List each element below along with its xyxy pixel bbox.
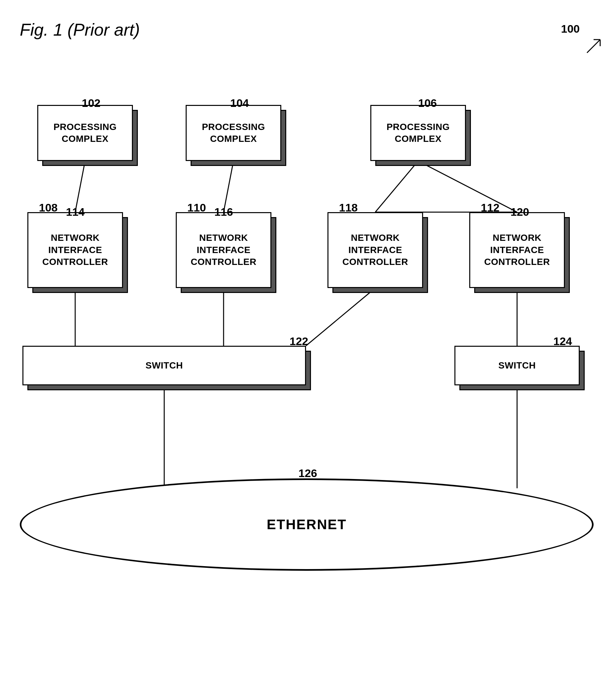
ref-104: 104 xyxy=(230,97,249,110)
nic-3: NETWORKINTERFACECONTROLLER xyxy=(327,212,423,288)
ref-114: 114 xyxy=(66,206,85,218)
ref-112: 112 xyxy=(481,201,500,214)
svg-line-0 xyxy=(75,161,85,212)
processing-complex-1: PROCESSINGCOMPLEX xyxy=(37,105,133,161)
svg-line-2 xyxy=(375,161,418,212)
ref-124: 124 xyxy=(553,335,572,348)
switch-1: SWITCH xyxy=(22,346,306,385)
svg-line-3 xyxy=(418,161,517,212)
svg-line-11 xyxy=(587,40,600,53)
ref-106: 106 xyxy=(418,97,437,110)
ref-110: 110 xyxy=(187,201,206,214)
nic-4: NETWORKINTERFACECONTROLLER xyxy=(469,212,565,288)
figure-title: Fig. 1 (Prior art) xyxy=(20,20,140,40)
ref-120: 120 xyxy=(510,206,529,218)
ref-108: 108 xyxy=(39,201,58,214)
svg-line-7 xyxy=(306,288,375,346)
nic-1: NETWORKINTERFACECONTROLLER xyxy=(27,212,123,288)
ref-102: 102 xyxy=(82,97,101,110)
ref-122: 122 xyxy=(290,335,308,348)
switch-2: SWITCH xyxy=(454,346,580,385)
diagram: Fig. 1 (Prior art) 100 PROCESSINGCOMPLEX… xyxy=(0,0,616,676)
ref-118: 118 xyxy=(339,201,358,214)
processing-complex-2: PROCESSINGCOMPLEX xyxy=(186,105,281,161)
ref-116: 116 xyxy=(214,206,233,218)
svg-line-1 xyxy=(224,161,234,212)
processing-complex-3: PROCESSINGCOMPLEX xyxy=(370,105,466,161)
ethernet: ETHERNET xyxy=(20,478,594,571)
ref-126: 126 xyxy=(298,467,317,480)
nic-2: NETWORKINTERFACECONTROLLER xyxy=(176,212,271,288)
ref-100: 100 xyxy=(561,22,580,35)
